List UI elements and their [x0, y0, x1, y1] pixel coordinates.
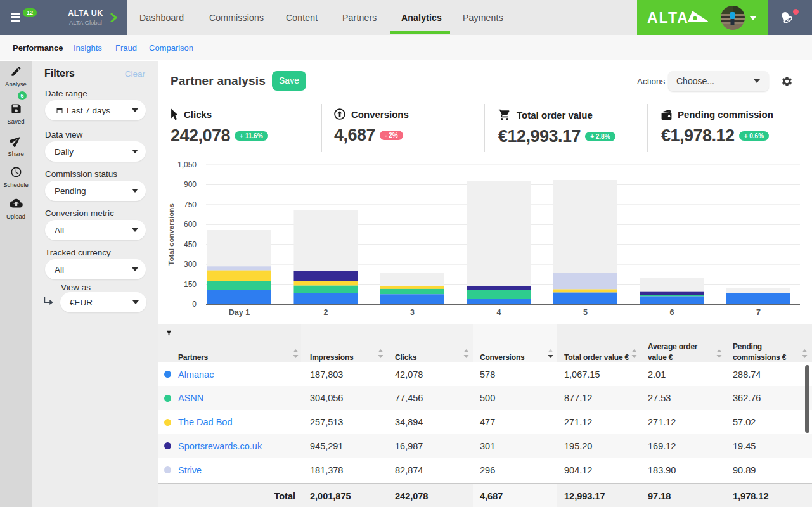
svg-text:900: 900 [184, 180, 197, 189]
svg-text:300: 300 [184, 260, 197, 269]
svg-text:2: 2 [324, 308, 328, 317]
svg-text:1,050: 1,050 [177, 160, 197, 169]
svg-text:Total conversions: Total conversions [167, 203, 175, 266]
svg-text:750: 750 [184, 200, 197, 209]
svg-text:0: 0 [192, 300, 197, 309]
svg-text:4: 4 [497, 308, 501, 317]
svg-text:7: 7 [756, 308, 761, 317]
svg-text:600: 600 [184, 220, 197, 229]
svg-text:450: 450 [184, 240, 197, 249]
svg-text:6: 6 [670, 308, 674, 317]
svg-text:5: 5 [583, 308, 588, 317]
svg-text:Day 1: Day 1 [229, 308, 250, 317]
svg-text:3: 3 [410, 308, 415, 317]
svg-text:150: 150 [184, 280, 197, 289]
